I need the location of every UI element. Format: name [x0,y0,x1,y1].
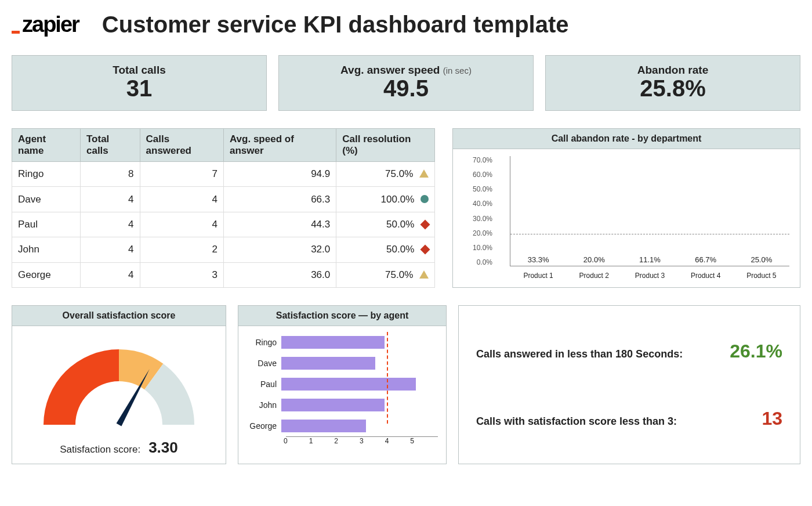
cell-resolution: 75.0% [336,262,435,287]
hbar-label: George [246,421,281,431]
gauge-foot-value: 3.30 [148,439,178,457]
cell-resolution: 50.0% [336,212,435,237]
x-tick: 3 [360,437,385,445]
hbar-fill [281,336,385,349]
bar-value-label: 11.1% [639,255,661,264]
stat-label: Calls with satisfaction score less than … [476,415,677,428]
y-tick: 50.0% [463,185,492,193]
hbar-row: Paul [246,374,438,395]
gauge-band [44,349,119,425]
abandon-by-department-chart: Call abandon rate - by department 70.0%6… [452,128,800,288]
cell-resolution: 50.0% [336,237,435,262]
table-row: George4336.075.0% [12,262,435,287]
hbar-label: Paul [246,380,281,389]
x-tick: 5 [410,437,436,445]
diamond-icon [420,245,430,255]
bar-value-label: 66.7% [695,255,716,264]
hbar-row: John [246,395,438,415]
bar-category-label: Product 3 [626,272,673,280]
table-row: Dave4466.3100.0% [12,187,435,212]
kpi-label: Abandon rate [637,64,708,76]
y-tick: 70.0% [463,156,492,164]
hbar-fill [281,378,416,391]
hbar-label: Ringo [246,338,281,347]
hbar-track [281,378,438,391]
cell-agent-name: George [12,262,81,287]
plot-area: 33.3%Product 120.0%Product 211.1%Product… [510,156,789,266]
kpi-row: Total calls 31 Avg. answer speed (in sec… [12,55,800,111]
kpi-label: Avg. answer speed [340,64,440,76]
cell-calls-answered: 7 [140,162,223,187]
kpi-total-calls: Total calls 31 [12,55,267,111]
table-header: Calls answered [140,129,223,162]
cell-avg-speed: 66.3 [223,187,336,212]
cell-avg-speed: 32.0 [223,237,336,262]
bar-value-label: 20.0% [583,255,605,264]
brand-logo: zapier [12,12,79,37]
diamond-icon [420,219,430,229]
threshold-line [510,234,789,234]
hbar-fill [281,357,375,370]
cell-agent-name: Ringo [12,162,81,187]
cell-agent-name: Paul [12,212,81,237]
cell-agent-name: Dave [12,187,81,212]
kpi-value: 31 [12,77,266,100]
y-tick: 20.0% [463,229,492,237]
hbar-row: Dave [246,353,438,374]
kpi-abandon-rate: Abandon rate 25.8% [545,55,800,111]
cell-avg-speed: 44.3 [223,212,336,237]
kpi-label: Total calls [113,64,166,76]
bar-column: 20.0%Product 2 [578,255,610,266]
kpi-label-suffix: (in sec) [443,66,472,75]
bar-value-label: 33.3% [528,255,549,264]
stat-value: 26.1% [730,341,782,362]
x-tick: 0 [284,437,309,445]
summary-stats-panel: Calls answered in less than 180 Seconds:… [458,305,800,464]
bar-value-label: 25.0% [751,255,772,264]
hbar-fill [281,420,366,432]
table-header: Total calls [80,129,140,162]
reference-line [387,332,388,424]
triangle-up-icon [419,270,429,279]
bar-category-label: Product 4 [683,272,729,280]
table-row: Paul4444.350.0% [12,212,435,237]
table-row: Ringo8794.975.0% [12,162,435,187]
cell-total-calls: 4 [80,262,140,287]
kpi-value: 25.8% [546,77,800,100]
stat-label: Calls answered in less than 180 Seconds: [476,348,683,360]
cell-calls-answered: 4 [140,187,223,212]
table-header: Agent name [12,129,81,162]
kpi-value: 49.5 [279,77,533,100]
overall-satisfaction-gauge: Overall satisfaction score Satisfaction … [12,305,226,464]
bar-column: 66.7%Product 4 [690,255,722,266]
bar-column: 25.0%Product 5 [745,255,777,266]
cell-avg-speed: 94.9 [223,162,336,187]
hbar-track [281,336,438,349]
hbar-row: Ringo [246,332,438,353]
hbar-label: John [246,400,281,410]
table-row: John4232.050.0% [12,237,435,262]
cell-resolution: 100.0% [336,187,435,212]
table-header: Avg. speed of answer [223,129,336,162]
table-header: Call resolution (%) [336,129,435,162]
y-tick: 0.0% [463,258,492,266]
circle-icon [420,195,429,203]
x-axis: 012345 [286,436,438,445]
cell-calls-answered: 2 [140,237,223,262]
header-row: zapier Customer service KPI dashboard te… [12,12,800,38]
hbar-row: George [246,415,438,436]
chart-title: Overall satisfaction score [12,306,226,326]
bar-category-label: Product 1 [515,272,561,280]
cell-total-calls: 8 [80,162,140,187]
x-tick: 4 [385,437,411,445]
kpi-avg-answer-speed: Avg. answer speed (in sec) 49.5 [278,55,534,111]
cell-calls-answered: 3 [140,262,223,287]
chart-title: Satisfaction score — by agent [238,306,446,326]
y-tick: 60.0% [463,171,492,179]
x-tick: 1 [309,437,335,445]
y-axis: 70.0%60.0%50.0%40.0%30.0%20.0%10.0%0.0% [463,156,492,266]
bar-column: 33.3%Product 1 [523,255,554,266]
hbar-label: Dave [246,359,281,368]
cell-total-calls: 4 [80,187,140,212]
hbar-fill [281,399,385,411]
